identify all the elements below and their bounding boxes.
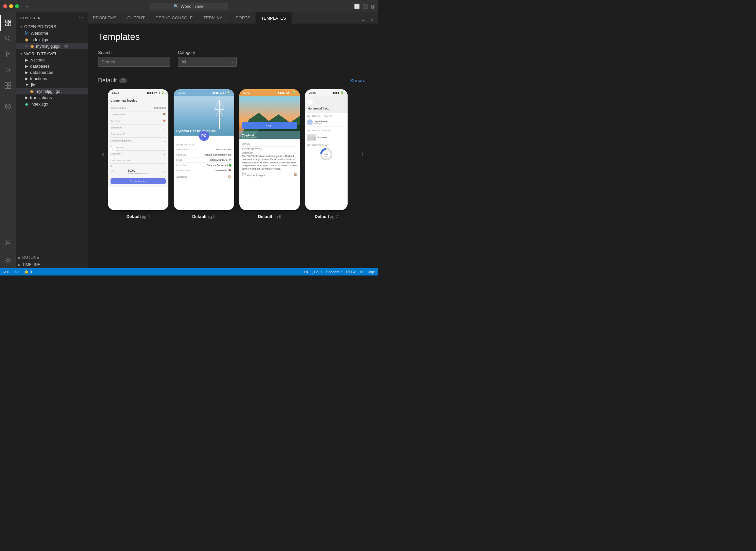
maximize-button[interactable] <box>15 4 19 8</box>
sidebar-item-myfirstjig-file[interactable]: ◆ myfirstjig.jigx <box>16 88 88 94</box>
sidebar-toggle-icon[interactable]: ⬜ <box>354 4 360 9</box>
minimize-button[interactable] <box>9 4 13 8</box>
jig6-status-icons: ▮▮▮▮WiFi🔋 <box>278 91 296 94</box>
tab-ports[interactable]: PORTS <box>231 12 256 24</box>
sidebar-more-button[interactable]: ··· <box>79 15 84 21</box>
jig4-create-btn[interactable]: Create Invoice <box>110 178 166 184</box>
status-eol[interactable]: LF <box>360 270 365 274</box>
status-encoding[interactable]: UTF-8 <box>346 270 356 274</box>
carousel-prev-button[interactable]: ‹ <box>98 149 108 159</box>
jig6-label-bold: Default <box>258 214 272 219</box>
tab-terminal[interactable]: TERMINAL <box>198 12 231 24</box>
warning-icon: ⚠ <box>14 270 17 274</box>
svg-line-24 <box>215 100 220 109</box>
carousel-next-button[interactable]: › <box>358 149 368 159</box>
jig7-back-btn[interactable]: ‹ <box>307 99 313 105</box>
tab-templates[interactable]: TEMPLATES <box>256 12 291 24</box>
jig-card-5[interactable]: 23:06 ▮▮▮▮WiFi🔋 ‹ <box>173 89 234 219</box>
settings-activity[interactable] <box>0 252 16 268</box>
sidebar-item-functions[interactable]: ▶ functions <box>16 75 88 82</box>
svg-rect-12 <box>5 83 8 85</box>
jig-cards: 14:24 ▮▮▮▮ WiFi 🔋 ‹ <box>108 89 358 219</box>
jig6-image-section: IMAGE <box>242 143 297 145</box>
jig4-date-issue: Date of issue 📅 <box>110 111 166 118</box>
back-arrow[interactable]: ‹ <box>20 3 24 9</box>
traffic-lights <box>3 4 19 8</box>
status-language[interactable]: Jigx <box>368 270 375 274</box>
search-input[interactable] <box>98 57 170 67</box>
sidebar-item-datasources[interactable]: ▶ datasources <box>16 69 88 75</box>
titlebar: ‹ › 🔍 World Travel ⬜ ⬛ ▥ <box>0 0 378 12</box>
sidebar-item-indexjigx[interactable]: ◆ index.jigx <box>16 36 88 43</box>
error-count: 0 <box>7 270 9 274</box>
jig4-back-btn[interactable]: ‹ <box>110 147 116 153</box>
jig6-description: The Phi Phi Islands are an island group … <box>242 154 297 170</box>
sidebar-item-myfirstjig[interactable]: ✕ ◆ myfirstjig.jigx jigs <box>16 43 88 49</box>
jig5-address-section: ADDRESS 🏠 <box>176 175 232 178</box>
explorer-activity[interactable] <box>0 15 16 31</box>
welcome-label: Welcome <box>31 31 48 36</box>
sidebar-item-vscode[interactable]: ▶ .vscode <box>16 57 88 63</box>
extensions-activity[interactable] <box>0 78 16 93</box>
show-all-link[interactable]: Show all <box>350 78 368 83</box>
jig5-status-value: Closed - Converted <box>207 164 232 167</box>
sidebar-item-welcome[interactable]: M Welcome <box>16 30 88 36</box>
tab-problems[interactable]: PROBLEMS <box>88 12 122 24</box>
layout-icon[interactable]: ⬛ <box>362 4 368 9</box>
jig6-label-rest: jig 6 <box>272 214 281 219</box>
status-warnings[interactable]: ⚠ 0 <box>14 270 20 274</box>
status-errors[interactable]: ⊘ 0 <box>3 270 10 274</box>
sidebar-item-indexjigx2[interactable]: ◆ index.jigx <box>16 101 88 107</box>
titlebar-search[interactable]: 🔍 World Travel <box>150 3 228 10</box>
tab-chevron-down[interactable]: ⌄ <box>360 16 366 24</box>
svg-marker-11 <box>7 68 10 72</box>
jig-card-6[interactable]: 23:07 ▮▮▮▮WiFi🔋 ‹ <box>239 89 300 219</box>
split-icon[interactable]: ▥ <box>370 4 375 9</box>
sidebar-item-jigs[interactable]: ▼ jigs <box>16 82 88 88</box>
titlebar-title: World Travel <box>180 4 205 9</box>
jig-card-4[interactable]: 14:24 ▮▮▮▮ WiFi 🔋 ‹ <box>108 89 168 219</box>
jig7-person-name: July Nellson <box>314 120 327 122</box>
timeline-item[interactable]: ▶ TIMELINE <box>16 261 88 268</box>
open-editors-toggle[interactable]: ▼ OPEN EDITORS <box>16 24 88 30</box>
jig5-status-dot <box>229 164 232 167</box>
tab-debug-console[interactable]: DEBUG CONSOLE <box>150 12 198 24</box>
world-travel-arrow: ▼ <box>20 52 23 56</box>
jig5-address-label: ADDRESS <box>176 176 187 178</box>
status-spaces[interactable]: Spaces: 2 <box>326 270 342 274</box>
jig5-email-icon: ✉ <box>229 158 232 161</box>
git-activity[interactable] <box>0 46 16 62</box>
activity-bar <box>0 12 16 268</box>
jig5-time: 23:06 <box>177 91 185 94</box>
jig5-status-icons: ▮▮▮▮WiFi🔋 <box>212 91 230 94</box>
titlebar-nav: ‹ › <box>20 3 29 9</box>
jig7-avatar <box>307 119 313 125</box>
jig4-order-label: Order number <box>110 106 126 109</box>
outline-item[interactable]: ▶ OUTLINE <box>16 254 88 261</box>
close-button[interactable] <box>3 4 7 8</box>
world-travel-toggle[interactable]: ▼ WORLD TRAVEL <box>16 51 88 57</box>
account-activity[interactable] <box>0 234 16 250</box>
sidebar-item-databases[interactable]: ▶ databases <box>16 63 88 69</box>
category-select[interactable]: All Default Custom <box>178 57 237 67</box>
tab-output[interactable]: OUTPUT <box>122 12 150 24</box>
jig-card-7[interactable]: 23:07 ▮▮▮▮🔋 ‹ Horizontal list... <box>305 89 348 219</box>
jigx-activity[interactable] <box>0 99 16 114</box>
jig4-calendar2-icon: 📅 <box>162 120 166 122</box>
forward-arrow[interactable]: › <box>25 3 29 9</box>
debug-activity[interactable] <box>0 62 16 78</box>
error-icon: ⊘ <box>3 270 6 274</box>
jig6-insert-button[interactable]: Insert <box>242 122 297 129</box>
myfirstjig-file-label: myfirstjig.jigx <box>36 89 60 94</box>
tab-debug-console-label: DEBUG CONSOLE <box>156 15 193 20</box>
tab-close[interactable]: ✕ <box>369 16 375 24</box>
search-activity[interactable] <box>0 31 16 46</box>
status-notifications[interactable]: 🔔 0 <box>24 270 32 274</box>
jig7-label: Default jig 7 <box>315 214 338 219</box>
jig4-date-issue-label: Date of issue <box>110 113 125 116</box>
jig4-statusbar: 14:24 ▮▮▮▮ WiFi 🔋 <box>108 89 168 96</box>
search-icon: 🔍 <box>173 4 178 8</box>
status-ln-col[interactable]: Ln 1, Col 1 <box>304 270 322 274</box>
sidebar-item-translations[interactable]: ▶ translations <box>16 94 88 101</box>
jig5-statusbar: 23:06 ▮▮▮▮WiFi🔋 <box>173 89 234 96</box>
